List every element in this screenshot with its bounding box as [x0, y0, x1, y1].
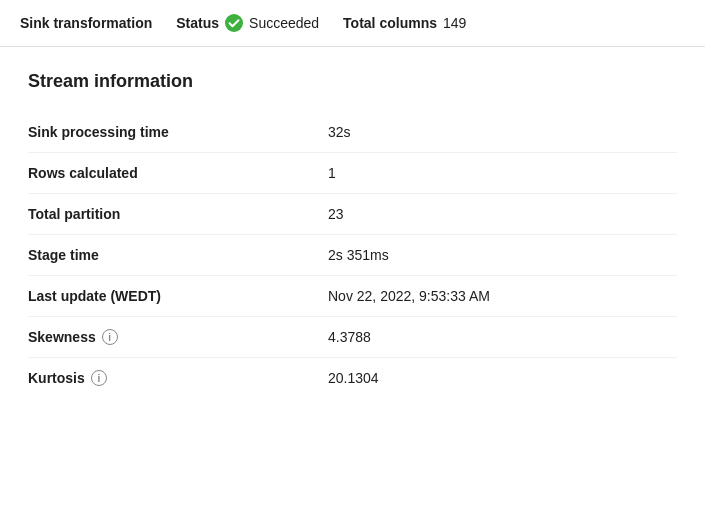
info-value: 20.1304 [328, 370, 677, 386]
total-columns-value: 149 [443, 15, 466, 31]
info-row: Total partition23 [28, 194, 677, 235]
info-key: Last update (WEDT) [28, 288, 328, 304]
info-key: Rows calculated [28, 165, 328, 181]
info-key: Stage time [28, 247, 328, 263]
svg-point-0 [225, 14, 243, 32]
status-check-icon [225, 14, 243, 32]
info-key: Kurtosisi [28, 370, 328, 386]
info-row: Kurtosisi20.1304 [28, 358, 677, 398]
sink-transformation-section: Sink transformation [20, 15, 152, 31]
status-section: Status Succeeded [176, 14, 319, 32]
info-value: 2s 351ms [328, 247, 677, 263]
info-row: Rows calculated1 [28, 153, 677, 194]
sink-transformation-label: Sink transformation [20, 15, 152, 31]
info-value: 4.3788 [328, 329, 677, 345]
info-row: Stage time2s 351ms [28, 235, 677, 276]
total-columns-label: Total columns [343, 15, 437, 31]
stream-info-table: Sink processing time32sRows calculated1T… [28, 112, 677, 398]
info-value: 1 [328, 165, 677, 181]
info-row: Skewnessi4.3788 [28, 317, 677, 358]
status-value: Succeeded [249, 15, 319, 31]
info-row: Sink processing time32s [28, 112, 677, 153]
info-row: Last update (WEDT)Nov 22, 2022, 9:53:33 … [28, 276, 677, 317]
info-key: Skewnessi [28, 329, 328, 345]
info-key: Sink processing time [28, 124, 328, 140]
total-columns-section: Total columns 149 [343, 15, 466, 31]
info-value: 23 [328, 206, 677, 222]
info-tooltip-icon[interactable]: i [102, 329, 118, 345]
status-label: Status [176, 15, 219, 31]
info-tooltip-icon[interactable]: i [91, 370, 107, 386]
info-key: Total partition [28, 206, 328, 222]
info-value: 32s [328, 124, 677, 140]
main-content: Stream information Sink processing time3… [0, 47, 705, 422]
stream-section-title: Stream information [28, 71, 677, 92]
info-value: Nov 22, 2022, 9:53:33 AM [328, 288, 677, 304]
header-bar: Sink transformation Status Succeeded Tot… [0, 0, 705, 47]
